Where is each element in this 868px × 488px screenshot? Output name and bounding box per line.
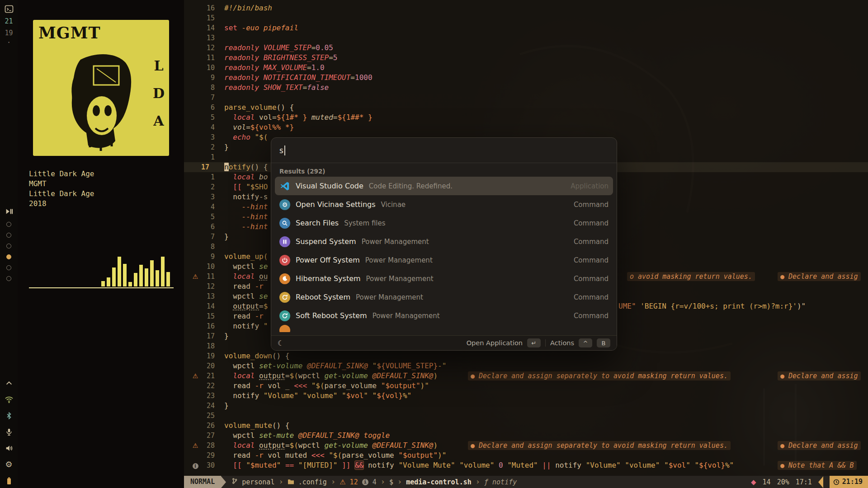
result-type: Command	[574, 219, 609, 227]
code-line[interactable]: 9readonly NOTIFICATION_TIMEOUT=1000	[184, 73, 868, 83]
line-number: 10	[201, 262, 215, 272]
code-line[interactable]: 27 wpctl set-mute @DEFAULT_SINK@ toggle	[184, 431, 868, 441]
code-text: parse_volume() {	[224, 103, 294, 113]
wifi-icon[interactable]	[5, 395, 14, 404]
visualizer-bar	[134, 273, 137, 286]
track-year: 2018	[29, 199, 94, 209]
visualizer-bar	[161, 257, 165, 286]
primary-action-label[interactable]: Open Application	[467, 339, 523, 347]
gutter	[189, 401, 201, 411]
code-line[interactable]: 6parse_volume() {	[184, 103, 868, 113]
code-line[interactable]: 24}	[184, 401, 868, 411]
scroll-percent: 20%	[777, 478, 789, 486]
pager-dot-1[interactable]	[6, 222, 11, 227]
terminal-icon[interactable]	[5, 5, 14, 14]
chevron-up-icon[interactable]	[5, 379, 14, 388]
warn-gutter-icon: ⚠	[189, 371, 201, 381]
line-number: 15	[201, 13, 215, 23]
theme-moon-icon[interactable]: ☾	[278, 339, 284, 347]
launcher-search-input[interactable]: s	[271, 138, 617, 163]
code-line[interactable]: 26volume_mute() {	[184, 421, 868, 431]
bluetooth-icon[interactable]	[5, 411, 14, 420]
warn-gutter-icon: ⚠	[189, 441, 201, 450]
code-line[interactable]: 12readonly VOLUME_STEP=0.05	[184, 43, 868, 53]
line-number: 10	[201, 63, 215, 73]
result-row-power-off-system[interactable]: Power Off System Power Management Comman…	[275, 251, 613, 269]
result-row-suspend-system[interactable]: Suspend System Power Management Command	[275, 232, 613, 251]
powerline-separator	[221, 476, 226, 488]
line-number: 12	[201, 282, 215, 291]
visualizer-bar	[128, 282, 132, 286]
code-text: readonly MAX_VOLUME=1.0	[224, 63, 325, 73]
cwd[interactable]: .config	[298, 478, 327, 486]
code-line[interactable]: 4 vol=${vol%% *}	[184, 122, 868, 132]
line-number: 12	[201, 43, 215, 53]
code-text: }	[224, 331, 229, 341]
code-line[interactable]: 23 notify "Volume" "volume" "$vol" "${vo…	[184, 391, 868, 401]
result-row-partial[interactable]	[275, 325, 613, 332]
volume-icon[interactable]	[5, 444, 14, 453]
code-line[interactable]: 11readonly BRIGHTNESS_STEP=5	[184, 53, 868, 63]
result-row-visual-studio-code[interactable]: Visual Studio Code Code Editing. Redefin…	[275, 177, 613, 195]
code-line[interactable]: ⚠21 local output=$(wpctl get-volume @DEF…	[184, 371, 868, 381]
microphone-icon[interactable]	[5, 427, 14, 436]
visualizer-bar	[156, 270, 159, 286]
result-row-hibernate-system[interactable]: Hibernate System Power Management Comman…	[275, 269, 613, 288]
info-count[interactable]: 4	[373, 478, 377, 486]
git-branch-name[interactable]: personal	[242, 478, 274, 486]
code-line[interactable]: 13	[184, 33, 868, 43]
pager-dot-6[interactable]	[6, 276, 11, 281]
result-row-search-files[interactable]: Search Files System files Command	[275, 214, 613, 232]
b-key-badge: B	[597, 338, 610, 347]
line-number: 30	[201, 460, 215, 470]
results-list: Visual Studio Code Code Editing. Redefin…	[271, 177, 617, 335]
code-text: }	[224, 232, 229, 242]
result-title: Open Vicinae Settings	[296, 200, 376, 209]
gutter	[189, 331, 201, 341]
code-line[interactable]: 19volume_down() {	[184, 351, 868, 361]
settings-gear-icon[interactable]: ⚙	[5, 460, 14, 469]
code-line[interactable]: 15	[184, 13, 868, 23]
code-line[interactable]: 20 wpctl set-volume @DEFAULT_SINK@ "${VO…	[184, 361, 868, 371]
result-row-open-vicinae-settings[interactable]: ⚙ Open Vicinae Settings Vicinae Command	[275, 195, 613, 214]
gutter	[189, 103, 201, 113]
code-line[interactable]: i30 [[ "$muted" == "[MUTED]" ]] && notif…	[184, 460, 868, 470]
actions-label[interactable]: Actions	[550, 339, 574, 347]
pager-dot-3[interactable]	[6, 244, 11, 249]
code-text: vol=${vol%% *}	[224, 122, 294, 132]
line-number: 18	[201, 341, 215, 351]
info-icon: i	[362, 479, 368, 485]
code-line[interactable]: 14set -euo pipefail	[184, 23, 868, 33]
launcher-window[interactable]: s Results (292) Visual Studio Code Code …	[271, 137, 617, 351]
code-line[interactable]: 8readonly SHOW_TEXT=false	[184, 83, 868, 93]
workspace-19[interactable]: 19	[5, 29, 13, 37]
track-artist: MGMT	[29, 179, 94, 189]
info-gutter-icon: i	[189, 460, 201, 470]
code-line[interactable]: ⚠28 local output=$(wpctl get-volume @DEF…	[184, 441, 868, 450]
code-line[interactable]: 25	[184, 411, 868, 421]
code-line[interactable]: 7	[184, 93, 868, 103]
code-line[interactable]: 16#!/bin/bash	[184, 3, 868, 13]
filename[interactable]: media-control.sh	[406, 478, 472, 486]
code-line[interactable]: 5 local vol=${1#* } muted=${1##* }	[184, 113, 868, 122]
visualizer-bar	[150, 260, 154, 286]
breadcrumb-separator: ›	[278, 476, 283, 488]
result-row-soft-reboot-system[interactable]: Soft Reboot System Power Management Comm…	[275, 306, 613, 325]
line-number: 11	[201, 53, 215, 63]
code-line[interactable]: 22 read -r vol _ <<< "$(parse_volume "$o…	[184, 381, 868, 391]
result-row-reboot-system[interactable]: Reboot System Power Management Command	[275, 288, 613, 306]
cover-letter-a: A	[153, 113, 164, 129]
gutter	[189, 242, 201, 252]
pager-dot-5[interactable]	[6, 265, 11, 270]
gutter	[189, 63, 201, 73]
pager-dot-2[interactable]	[6, 233, 11, 238]
code-text: read -r vol _ <<< "$(parse_volume "$outp…	[224, 381, 429, 391]
pager-dot-4-active[interactable]	[6, 254, 11, 259]
code-line[interactable]: 10readonly MAX_VOLUME=1.0	[184, 63, 868, 73]
code-line[interactable]: 29 read -r vol muted <<< "$(parse_volume…	[184, 450, 868, 460]
gutter	[189, 172, 201, 182]
results-count-label: Results (292)	[279, 168, 617, 175]
workspace-21[interactable]: 21	[5, 17, 13, 25]
warning-count[interactable]: 12	[350, 478, 358, 486]
play-pause-icon[interactable]	[5, 207, 14, 216]
